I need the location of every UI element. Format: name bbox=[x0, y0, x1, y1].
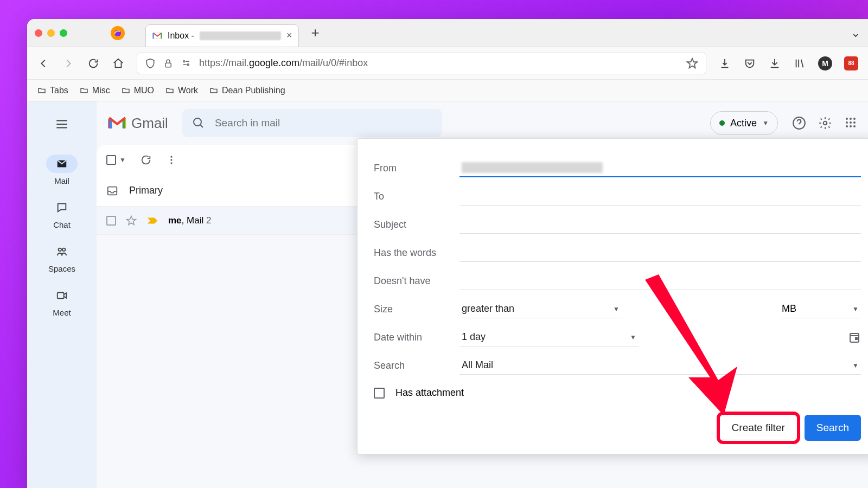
chevron-down-icon[interactable]: ▼ bbox=[119, 156, 126, 164]
search-input[interactable] bbox=[215, 117, 432, 129]
gmail-favicon-icon bbox=[152, 32, 162, 40]
search-icon bbox=[192, 117, 205, 130]
svg-point-7 bbox=[194, 118, 201, 126]
bookmark-folder[interactable]: Dean Publishing bbox=[209, 86, 285, 95]
tab-overflow-icon[interactable]: ⌄ bbox=[851, 26, 860, 40]
new-tab-button[interactable]: + bbox=[311, 24, 319, 41]
more-vert-icon[interactable] bbox=[166, 155, 177, 165]
chevron-down-icon: ▼ bbox=[852, 305, 859, 313]
chat-icon bbox=[56, 202, 68, 214]
inbox-icon bbox=[106, 185, 118, 197]
row-checkbox[interactable] bbox=[106, 216, 116, 226]
library-icon[interactable] bbox=[793, 57, 806, 70]
svg-point-18 bbox=[853, 125, 856, 127]
bookmark-folder[interactable]: Work bbox=[165, 86, 198, 95]
svg-point-14 bbox=[850, 121, 852, 124]
gmail-logo[interactable]: Gmail bbox=[107, 115, 168, 132]
rail-meet[interactable]: Meet bbox=[46, 286, 78, 317]
important-marker-icon[interactable] bbox=[146, 216, 158, 225]
has-attachment-label: Has attachment bbox=[395, 387, 464, 399]
pocket-icon[interactable] bbox=[743, 57, 756, 70]
svg-point-17 bbox=[850, 125, 852, 127]
hamburger-menu-icon[interactable] bbox=[50, 112, 74, 136]
close-window-icon[interactable] bbox=[35, 29, 42, 37]
reload-button[interactable] bbox=[87, 57, 100, 70]
subject-label: Subject bbox=[374, 219, 459, 230]
size-label: Size bbox=[374, 304, 459, 315]
rail-spaces[interactable]: Spaces bbox=[46, 242, 78, 273]
back-button[interactable] bbox=[37, 57, 50, 70]
maximize-window-icon[interactable] bbox=[60, 29, 67, 37]
tab-primary[interactable]: Primary bbox=[129, 185, 163, 196]
to-input[interactable] bbox=[459, 187, 861, 206]
bookmark-folder[interactable]: MUO bbox=[121, 86, 154, 95]
annotation-arrow-icon bbox=[629, 274, 737, 415]
svg-point-3 bbox=[187, 63, 189, 65]
tab-title-redacted bbox=[200, 31, 281, 40]
app-rail: Mail Chat Spaces Meet bbox=[27, 101, 97, 488]
home-button[interactable] bbox=[112, 57, 125, 70]
lock-icon bbox=[163, 59, 173, 68]
save-page-icon[interactable] bbox=[718, 57, 731, 70]
downloads-icon[interactable] bbox=[768, 57, 781, 70]
svg-point-11 bbox=[850, 118, 852, 120]
svg-point-19 bbox=[170, 156, 172, 158]
date-within-label: Date within bbox=[374, 332, 459, 343]
calendar-icon[interactable] bbox=[848, 331, 861, 344]
svg-rect-1 bbox=[165, 63, 171, 67]
address-bar[interactable]: https://mail.google.com/mail/u/0/#inbox bbox=[137, 53, 706, 74]
status-active-button[interactable]: Active ▼ bbox=[710, 111, 778, 135]
extension-badge-icon[interactable]: 88 bbox=[844, 56, 858, 70]
star-bookmark-icon[interactable] bbox=[686, 57, 698, 69]
svg-point-2 bbox=[183, 60, 185, 62]
has-words-label: Has the words bbox=[374, 247, 459, 259]
bookmark-folder[interactable]: Tabs bbox=[37, 86, 68, 95]
size-operator-select[interactable]: greater than▼ bbox=[459, 300, 622, 318]
svg-point-16 bbox=[846, 125, 848, 127]
main-panel: Gmail Active ▼ bbox=[97, 101, 868, 488]
traffic-lights bbox=[35, 29, 67, 37]
settings-gear-icon[interactable] bbox=[818, 116, 832, 130]
minimize-window-icon[interactable] bbox=[47, 29, 55, 37]
tab-close-icon[interactable]: × bbox=[286, 30, 292, 41]
browser-tab[interactable]: Inbox - × bbox=[145, 24, 299, 47]
svg-point-5 bbox=[62, 248, 66, 252]
date-within-select[interactable]: 1 day▼ bbox=[459, 328, 639, 346]
svg-point-21 bbox=[170, 162, 172, 164]
rail-mail[interactable]: Mail bbox=[46, 155, 78, 185]
size-unit-select[interactable]: MB▼ bbox=[780, 300, 861, 318]
url-toolbar: https://mail.google.com/mail/u/0/#inbox … bbox=[27, 47, 868, 80]
chevron-down-icon: ▼ bbox=[613, 305, 620, 313]
help-icon[interactable] bbox=[792, 116, 806, 130]
search-box[interactable] bbox=[182, 109, 442, 137]
has-attachment-checkbox[interactable] bbox=[374, 388, 385, 399]
apps-grid-icon[interactable] bbox=[844, 116, 857, 129]
meet-icon bbox=[56, 290, 68, 301]
mail-icon bbox=[56, 158, 68, 170]
svg-point-4 bbox=[59, 248, 62, 252]
subject-input[interactable] bbox=[459, 215, 861, 234]
from-value-redacted bbox=[462, 162, 603, 173]
svg-rect-6 bbox=[58, 293, 64, 299]
from-input[interactable] bbox=[459, 159, 861, 177]
account-avatar-icon[interactable]: M bbox=[818, 56, 832, 70]
select-all-checkbox[interactable] bbox=[106, 155, 116, 165]
tab-title-prefix: Inbox - bbox=[168, 31, 194, 41]
create-filter-button[interactable]: Create filter bbox=[720, 415, 797, 441]
has-words-input[interactable] bbox=[459, 243, 861, 262]
search-filter-panel: From To Subject Has the words Doesn't ha… bbox=[357, 138, 868, 454]
svg-point-9 bbox=[824, 121, 827, 125]
gmail-logo-icon bbox=[107, 115, 127, 131]
star-icon[interactable] bbox=[126, 215, 137, 226]
window-titlebar: Inbox - × + ⌄ bbox=[27, 19, 868, 47]
to-label: To bbox=[374, 191, 459, 202]
refresh-icon[interactable] bbox=[140, 154, 152, 166]
spaces-icon bbox=[55, 246, 68, 258]
search-button[interactable]: Search bbox=[805, 415, 861, 441]
bookmark-folder[interactable]: Misc bbox=[79, 86, 110, 95]
forward-button[interactable] bbox=[62, 57, 75, 70]
browser-window: Inbox - × + ⌄ https://mail.google.com/ma… bbox=[27, 19, 868, 488]
rail-chat[interactable]: Chat bbox=[46, 198, 78, 229]
firefox-icon bbox=[111, 26, 125, 40]
shield-icon bbox=[145, 58, 156, 69]
